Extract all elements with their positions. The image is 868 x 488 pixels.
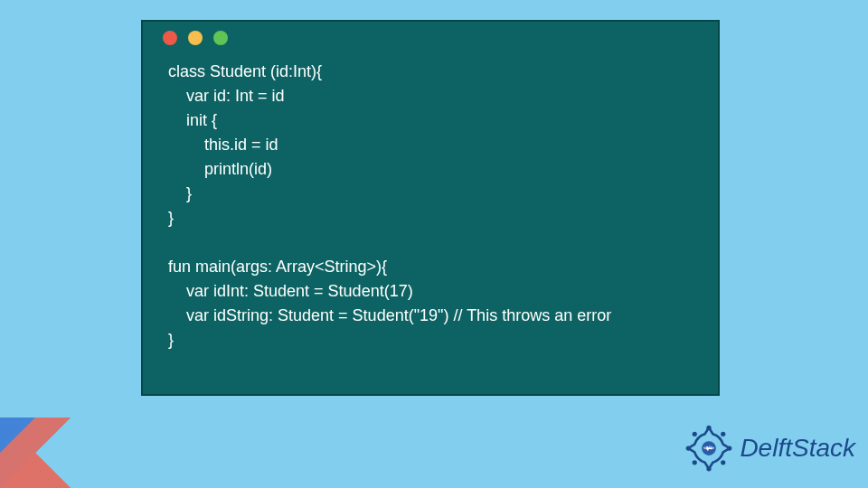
kotlin-logo-icon xyxy=(0,418,71,488)
minimize-dot-icon xyxy=(188,31,203,45)
close-dot-icon xyxy=(163,31,177,45)
svg-point-10 xyxy=(707,466,712,471)
code-block: class Student (id:Int){ var id: Int = id… xyxy=(143,54,718,371)
delftstack-badge-icon: </> xyxy=(684,423,734,474)
svg-point-8 xyxy=(728,446,732,450)
svg-text:</>: </> xyxy=(703,445,715,452)
svg-point-9 xyxy=(722,460,726,465)
svg-point-11 xyxy=(693,460,697,465)
svg-point-6 xyxy=(707,426,712,430)
maximize-dot-icon xyxy=(213,31,228,45)
brand-name: DelftStack xyxy=(740,434,855,463)
brand-container: </> DelftStack xyxy=(684,423,855,474)
code-window: class Student (id:Int){ var id: Int = id… xyxy=(141,20,720,396)
window-titlebar xyxy=(143,22,718,54)
svg-point-7 xyxy=(722,432,726,436)
svg-point-12 xyxy=(686,446,691,450)
svg-point-13 xyxy=(693,432,697,436)
